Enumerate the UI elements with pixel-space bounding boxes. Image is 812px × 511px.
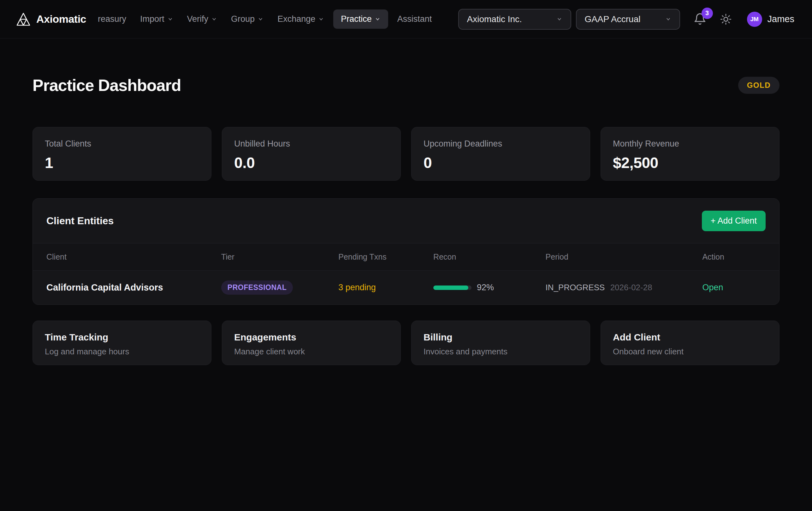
accounting-basis-select[interactable]: GAAP Accrual	[576, 9, 680, 30]
stat-card-total-clients: Total Clients 1	[32, 127, 211, 181]
brand-name: Axiomatic	[36, 13, 86, 25]
theme-toggle-button[interactable]	[720, 13, 732, 25]
quick-actions-grid: Time Tracking Log and manage hours Engag…	[32, 321, 780, 365]
top-navigation: Axiomatic reasury Import Verify Group Ex…	[0, 0, 812, 38]
quick-action-engagements[interactable]: Engagements Manage client work	[222, 321, 401, 365]
user-menu[interactable]: JM James	[747, 12, 794, 27]
chevron-down-icon	[665, 16, 671, 22]
stat-card-monthly-revenue: Monthly Revenue $2,500	[601, 127, 780, 181]
chevron-down-icon	[318, 16, 324, 22]
quick-action-subtitle: Invoices and payments	[424, 347, 578, 356]
stat-label: Upcoming Deadlines	[424, 139, 578, 149]
recon-progress-track	[433, 286, 471, 290]
quick-action-subtitle: Log and manage hours	[45, 347, 199, 356]
chevron-down-icon	[556, 16, 562, 22]
column-header-action: Action	[702, 252, 765, 262]
nav-item-label: Import	[140, 14, 165, 24]
stat-value: 0.0	[234, 154, 388, 171]
nav-item-label: reasury	[98, 14, 126, 24]
quick-action-time-tracking[interactable]: Time Tracking Log and manage hours	[32, 321, 211, 365]
page-title: Practice Dashboard	[32, 76, 181, 95]
stat-value: 1	[45, 154, 199, 171]
nav-item-import[interactable]: Import	[135, 9, 178, 29]
table-header-row: Client Tier Pending Txns Recon Period Ac…	[33, 243, 779, 271]
chevron-down-icon	[258, 16, 263, 22]
tier-cell: PROFESSIONAL	[221, 280, 338, 295]
nav-item-verify[interactable]: Verify	[182, 9, 222, 29]
nav-item-label: Verify	[187, 14, 209, 24]
primary-nav: reasury Import Verify Group Exchange Pra…	[93, 9, 436, 29]
axiomatic-logo-icon	[16, 12, 31, 27]
column-header-period: Period	[546, 252, 702, 262]
nav-item-label: Assistant	[397, 14, 432, 24]
add-client-button[interactable]: + Add Client	[702, 211, 765, 231]
stat-card-unbilled-hours: Unbilled Hours 0.0	[222, 127, 401, 181]
recon-percentage: 92%	[477, 283, 494, 292]
stat-card-upcoming-deadlines: Upcoming Deadlines 0	[411, 127, 590, 181]
table-row[interactable]: California Capital Advisors PROFESSIONAL…	[33, 271, 779, 304]
period-cell: IN_PROGRESS 2026-02-28	[546, 283, 702, 292]
client-entities-panel: Client Entities + Add Client Client Tier…	[32, 198, 780, 305]
notification-count-badge: 3	[701, 7, 713, 19]
chevron-down-icon	[167, 16, 173, 22]
action-cell: Open	[702, 283, 765, 292]
chevron-down-icon	[211, 16, 217, 22]
quick-action-subtitle: Manage client work	[234, 347, 388, 356]
period-status: IN_PROGRESS	[546, 283, 605, 292]
chevron-down-icon	[375, 16, 381, 22]
quick-action-title: Engagements	[234, 332, 388, 343]
tier-badge: PROFESSIONAL	[221, 280, 293, 295]
recon-progress-fill	[433, 286, 468, 290]
open-client-link[interactable]: Open	[702, 283, 723, 292]
quick-action-billing[interactable]: Billing Invoices and payments	[411, 321, 590, 365]
stat-label: Total Clients	[45, 139, 199, 149]
nav-item-group[interactable]: Group	[226, 9, 268, 29]
recon-cell: 92%	[433, 283, 546, 292]
column-header-recon: Recon	[433, 252, 546, 262]
stat-value: 0	[424, 154, 578, 171]
main-content: Practice Dashboard GOLD Total Clients 1 …	[0, 76, 812, 365]
nav-item-treasury[interactable]: reasury	[93, 9, 131, 29]
entity-select[interactable]: Axiomatic Inc.	[458, 9, 571, 30]
gold-tier-badge: GOLD	[738, 77, 780, 94]
stat-value: $2,500	[613, 154, 767, 171]
sun-icon	[720, 13, 732, 25]
nav-item-exchange[interactable]: Exchange	[273, 9, 329, 29]
nav-item-label: Practice	[341, 14, 372, 24]
pending-txns: 3 pending	[338, 283, 433, 292]
nav-item-label: Exchange	[278, 14, 315, 24]
nav-item-practice[interactable]: Practice	[333, 9, 388, 29]
client-entities-header: Client Entities + Add Client	[33, 199, 779, 243]
quick-action-add-client[interactable]: Add Client Onboard new client	[601, 321, 780, 365]
stat-label: Unbilled Hours	[234, 139, 388, 149]
brand[interactable]: Axiomatic	[16, 12, 86, 27]
avatar: JM	[747, 12, 762, 27]
notifications-button[interactable]: 3	[693, 12, 706, 26]
title-row: Practice Dashboard GOLD	[32, 76, 780, 95]
column-header-tier: Tier	[221, 252, 338, 262]
entity-select-value: Axiomatic Inc.	[467, 14, 522, 24]
quick-action-subtitle: Onboard new client	[613, 347, 767, 356]
user-name: James	[767, 14, 794, 24]
stat-label: Monthly Revenue	[613, 139, 767, 149]
basis-select-value: GAAP Accrual	[585, 14, 641, 24]
quick-action-title: Billing	[424, 332, 578, 343]
column-header-pending: Pending Txns	[338, 252, 433, 262]
client-entities-title: Client Entities	[47, 215, 114, 227]
stats-grid: Total Clients 1 Unbilled Hours 0.0 Upcom…	[32, 127, 780, 181]
quick-action-title: Add Client	[613, 332, 767, 343]
period-date: 2026-02-28	[610, 283, 652, 292]
quick-action-title: Time Tracking	[45, 332, 199, 343]
nav-item-label: Group	[231, 14, 255, 24]
client-name: California Capital Advisors	[47, 283, 221, 293]
column-header-client: Client	[47, 252, 221, 262]
nav-item-assistant[interactable]: Assistant	[393, 9, 437, 29]
